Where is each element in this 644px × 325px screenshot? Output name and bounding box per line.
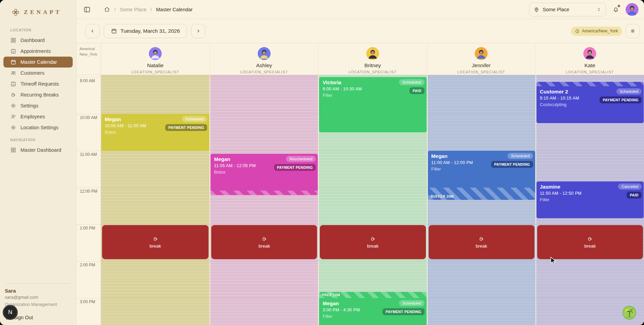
after-buffer-stripe [211,191,318,195]
coffee-icon [370,236,376,242]
sidebar-item-location-settings[interactable]: Location Settings [0,122,76,133]
break-label: break [367,243,379,249]
coffee-icon [478,236,484,242]
break-label: break [258,243,270,249]
avatar [475,47,488,60]
time-gutter: 9:00 AM10:00 AM11:00 AM12:00 PM1:00 PM2:… [76,75,101,325]
event-megan[interactable]: PREP 10MMegan3:00 PM - 4:30 PMFillerSche… [319,292,426,325]
break-block[interactable]: break [320,225,426,259]
payment-badge: PAYMENT PENDING [600,97,642,103]
calendar-toolbar: Tuesday, March 31, 2026 America/New_York [76,19,644,43]
break-label: break [149,243,161,249]
status-badge: Rescheduled [286,156,316,162]
date-picker-button[interactable]: Tuesday, March 31, 2026 [104,24,187,38]
user-name: Sara [5,288,71,294]
sidebar-item-master-calendar[interactable]: Master Calendar [3,57,73,68]
calendar-icon [111,28,117,34]
notification-dot [618,5,620,7]
avatar [366,47,379,60]
sidebar-item-employees[interactable]: Employees [0,111,76,122]
sidebar-section-label: NAVIGATION [0,133,76,145]
specialist-name: Britney [364,62,381,69]
break-label: break [476,243,487,249]
next-day-button[interactable] [191,24,205,38]
status-badge: Canceled [618,183,642,190]
event-megan[interactable]: Megan11:05 AM - 12:05 PMBotoxRescheduled… [211,154,318,195]
dashboard-icon [10,37,16,43]
time-label: 9:00 AM [80,78,95,83]
sidebar-item-label: Master Calendar [20,59,57,65]
timezone-label: America/New_York [582,29,618,33]
floating-n-button[interactable]: N [3,305,18,320]
sidebar-item-label: Location Settings [20,125,58,130]
breadcrumb-current: Master Calendar [156,7,192,12]
event-customer-2[interactable]: Customer 29:15 AM - 10:15 AMCoolsculptin… [536,82,644,123]
previous-day-button[interactable] [85,24,100,38]
home-icon[interactable] [104,6,110,13]
event-jasmine[interactable]: Jasmine11:50 AM - 12:50 PMFillerCanceled… [536,181,644,218]
calendar-header: America/New_York NatalieLOCATION_SPECIAL… [76,43,644,75]
calendar-settings-button[interactable] [626,24,640,38]
after-buffer-stripe: BUFFER 20M [428,188,535,200]
sidebar-item-settings[interactable]: Settings [0,100,76,111]
avatar [149,47,162,60]
break-block[interactable]: break [102,225,209,259]
status-badge: Scheduled [399,79,424,85]
hour-gridline [76,224,644,225]
sidebar-toggle-button[interactable] [83,6,91,13]
specialist-header-kate: KateLOCATION_SPECIALIST [535,43,644,75]
event-badges: ScheduledPAYMENT PENDING [600,88,642,103]
event-badges: RescheduledPAYMENT PENDING [274,156,316,171]
sidebar-item-label: Appointments [20,48,51,54]
event-victoria[interactable]: Victoria9:00 AM - 10:30 AMFillerSchedule… [319,77,426,132]
gutter-timezone: America/New_York [76,43,101,75]
customers-icon [10,70,16,76]
payment-badge: PAID [410,87,425,94]
break-block[interactable]: break [429,225,534,259]
calendar-column-kate: Customer 29:15 AM - 10:15 AMCoolsculptin… [535,75,644,325]
status-badge: Scheduled [616,88,642,94]
user-avatar[interactable] [626,3,639,16]
event-megan[interactable]: Megan10:00 AM - 11:00 AMBotoxScheduledPA… [101,114,209,151]
app-window: ZENAPT LOCATIONDashboardAppointmentsMast… [0,0,644,325]
break-label: break [584,243,596,249]
toolbar-right: America/New_York [571,24,640,38]
hour-gridline [76,151,644,151]
calendar-body: 9:00 AM10:00 AM11:00 AM12:00 PM1:00 PM2:… [76,75,644,325]
hour-gridline [76,261,644,262]
gear-icon [10,103,16,109]
sidebar-item-recurring-breaks[interactable]: Recurring Breaks [0,89,76,100]
location-select[interactable]: Some Place [529,3,606,16]
breadcrumb-parent[interactable]: Some Place [120,7,146,12]
break-block[interactable]: break [211,225,317,259]
user-email: sara@gmail.com [5,295,71,300]
sidebar-item-label: Employees [20,114,45,119]
gear-icon [630,28,635,34]
sidebar-item-timeoff-requests[interactable]: Timeoff Requests [0,78,76,89]
notifications-button[interactable] [612,6,619,13]
specialist-role: LOCATION_SPECIALIST [349,70,397,74]
specialist-role: LOCATION_SPECIALIST [566,70,614,74]
sidebar-item-master-dashboard[interactable]: Master Dashboard [0,145,76,156]
dashboard-icon [10,147,16,153]
date-label: Tuesday, March 31, 2026 [120,28,180,34]
sidebar-item-label: Dashboard [20,38,45,43]
sidebar-item-label: Settings [20,103,38,108]
calendar-column-britney: Victoria9:00 AM - 10:30 AMFillerSchedule… [318,75,427,325]
event-badges: CanceledPAID [618,183,642,198]
sidebar-item-appointments[interactable]: Appointments [0,46,76,57]
main-area: / Some Place / Master Calendar Some Plac… [76,0,644,325]
coffee-icon [153,236,158,242]
break-block[interactable]: break [537,225,643,259]
chevron-right-icon [196,28,201,34]
payment-badge: PAYMENT PENDING [274,164,316,171]
sidebar-item-dashboard[interactable]: Dashboard [0,35,76,46]
event-badges: ScheduledPAYMENT PENDING [165,116,207,131]
time-label: 2:00 PM [80,263,95,267]
event-megan[interactable]: BUFFER 20MMegan11:00 AM - 12:00 PMFiller… [428,151,535,200]
coffee-icon [10,92,16,98]
payment-badge: PAID [627,192,642,198]
sidebar-item-customers[interactable]: Customers [0,68,76,78]
specialist-name: Natalie [147,62,163,69]
calendar-column-jennifer: BUFFER 20MMegan11:00 AM - 12:00 PMFiller… [427,75,535,325]
